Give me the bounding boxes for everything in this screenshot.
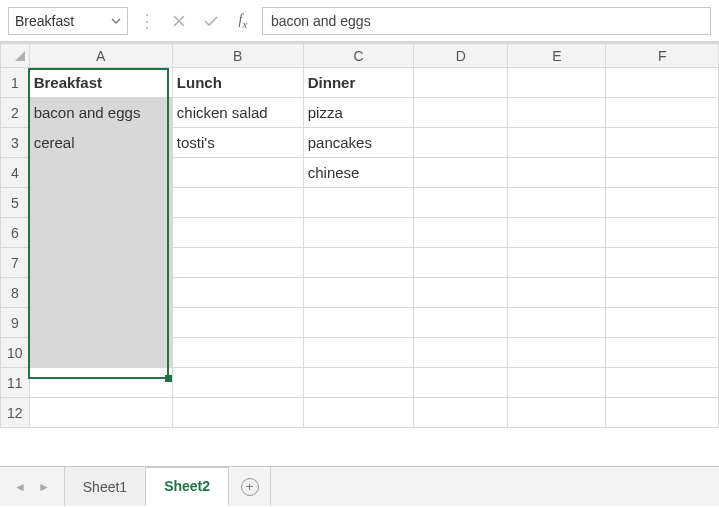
row-header-1[interactable]: 1 xyxy=(1,68,30,98)
row-header-3[interactable]: 3 xyxy=(1,128,30,158)
cell-E6[interactable] xyxy=(508,218,606,248)
cell-E4[interactable] xyxy=(508,158,606,188)
cell-C8[interactable] xyxy=(303,278,413,308)
row-header-8[interactable]: 8 xyxy=(1,278,30,308)
cell-A5[interactable] xyxy=(29,188,172,218)
cell-E12[interactable] xyxy=(508,398,606,428)
row-header-11[interactable]: 11 xyxy=(1,368,30,398)
cell-D6[interactable] xyxy=(414,218,508,248)
tab-next-button[interactable]: ► xyxy=(38,480,50,494)
cell-E2[interactable] xyxy=(508,98,606,128)
row-header-4[interactable]: 4 xyxy=(1,158,30,188)
cell-B4[interactable] xyxy=(172,158,303,188)
cell-B7[interactable] xyxy=(172,248,303,278)
select-all-corner[interactable] xyxy=(1,44,30,68)
new-sheet-button[interactable]: + xyxy=(229,467,271,506)
col-header-C[interactable]: C xyxy=(303,44,413,68)
cell-B5[interactable] xyxy=(172,188,303,218)
tab-prev-button[interactable]: ◄ xyxy=(14,480,26,494)
cell-F2[interactable] xyxy=(606,98,719,128)
cell-B2[interactable]: chicken salad xyxy=(172,98,303,128)
cell-B9[interactable] xyxy=(172,308,303,338)
col-header-D[interactable]: D xyxy=(414,44,508,68)
cell-D7[interactable] xyxy=(414,248,508,278)
cancel-button[interactable] xyxy=(166,8,192,34)
cell-E11[interactable] xyxy=(508,368,606,398)
cell-A11[interactable] xyxy=(29,368,172,398)
cell-D9[interactable] xyxy=(414,308,508,338)
sheet-tab-1[interactable]: Sheet1 xyxy=(65,467,146,506)
cell-D2[interactable] xyxy=(414,98,508,128)
insert-function-button[interactable]: fx xyxy=(230,8,256,34)
row-header-6[interactable]: 6 xyxy=(1,218,30,248)
cell-F10[interactable] xyxy=(606,338,719,368)
cell-F7[interactable] xyxy=(606,248,719,278)
cell-D11[interactable] xyxy=(414,368,508,398)
cell-E3[interactable] xyxy=(508,128,606,158)
cell-B3[interactable]: tosti's xyxy=(172,128,303,158)
cell-A8[interactable] xyxy=(29,278,172,308)
cell-E1[interactable] xyxy=(508,68,606,98)
cell-D3[interactable] xyxy=(414,128,508,158)
row-header-2[interactable]: 2 xyxy=(1,98,30,128)
cell-A3[interactable]: cereal xyxy=(29,128,172,158)
cell-F9[interactable] xyxy=(606,308,719,338)
cell-F11[interactable] xyxy=(606,368,719,398)
cell-B6[interactable] xyxy=(172,218,303,248)
enter-button[interactable] xyxy=(198,8,224,34)
cell-A1[interactable]: Breakfast xyxy=(29,68,172,98)
row-header-7[interactable]: 7 xyxy=(1,248,30,278)
spreadsheet-grid[interactable]: A B C D E F 1 Breakfast Lunch Dinner 2 b… xyxy=(0,42,719,466)
cell-C4[interactable]: chinese xyxy=(303,158,413,188)
col-header-E[interactable]: E xyxy=(508,44,606,68)
cell-D1[interactable] xyxy=(414,68,508,98)
cell-C7[interactable] xyxy=(303,248,413,278)
cell-B10[interactable] xyxy=(172,338,303,368)
cell-E10[interactable] xyxy=(508,338,606,368)
cell-A4[interactable] xyxy=(29,158,172,188)
cell-F1[interactable] xyxy=(606,68,719,98)
cell-D8[interactable] xyxy=(414,278,508,308)
col-header-F[interactable]: F xyxy=(606,44,719,68)
cell-D5[interactable] xyxy=(414,188,508,218)
cell-C1[interactable]: Dinner xyxy=(303,68,413,98)
cell-D10[interactable] xyxy=(414,338,508,368)
cell-B8[interactable] xyxy=(172,278,303,308)
cell-C10[interactable] xyxy=(303,338,413,368)
cell-A10[interactable] xyxy=(29,338,172,368)
cell-F3[interactable] xyxy=(606,128,719,158)
cell-C9[interactable] xyxy=(303,308,413,338)
cell-F8[interactable] xyxy=(606,278,719,308)
formula-input[interactable]: bacon and eggs xyxy=(262,7,711,35)
col-header-A[interactable]: A xyxy=(29,44,172,68)
cell-A12[interactable] xyxy=(29,398,172,428)
cell-C3[interactable]: pancakes xyxy=(303,128,413,158)
cell-C11[interactable] xyxy=(303,368,413,398)
cell-C12[interactable] xyxy=(303,398,413,428)
cell-E5[interactable] xyxy=(508,188,606,218)
cell-F12[interactable] xyxy=(606,398,719,428)
cell-A2[interactable]: bacon and eggs xyxy=(29,98,172,128)
row-header-10[interactable]: 10 xyxy=(1,338,30,368)
cell-B1[interactable]: Lunch xyxy=(172,68,303,98)
cell-C2[interactable]: pizza xyxy=(303,98,413,128)
sheet-tab-2[interactable]: Sheet2 xyxy=(146,467,229,507)
cell-F4[interactable] xyxy=(606,158,719,188)
cell-A6[interactable] xyxy=(29,218,172,248)
cell-E9[interactable] xyxy=(508,308,606,338)
cell-E7[interactable] xyxy=(508,248,606,278)
cell-A7[interactable] xyxy=(29,248,172,278)
cell-B11[interactable] xyxy=(172,368,303,398)
cell-D12[interactable] xyxy=(414,398,508,428)
cell-B12[interactable] xyxy=(172,398,303,428)
cell-F6[interactable] xyxy=(606,218,719,248)
cell-C6[interactable] xyxy=(303,218,413,248)
row-header-12[interactable]: 12 xyxy=(1,398,30,428)
cell-C5[interactable] xyxy=(303,188,413,218)
cell-F5[interactable] xyxy=(606,188,719,218)
row-header-5[interactable]: 5 xyxy=(1,188,30,218)
cell-D4[interactable] xyxy=(414,158,508,188)
name-box[interactable]: Breakfast xyxy=(8,7,128,35)
cell-A9[interactable] xyxy=(29,308,172,338)
col-header-B[interactable]: B xyxy=(172,44,303,68)
